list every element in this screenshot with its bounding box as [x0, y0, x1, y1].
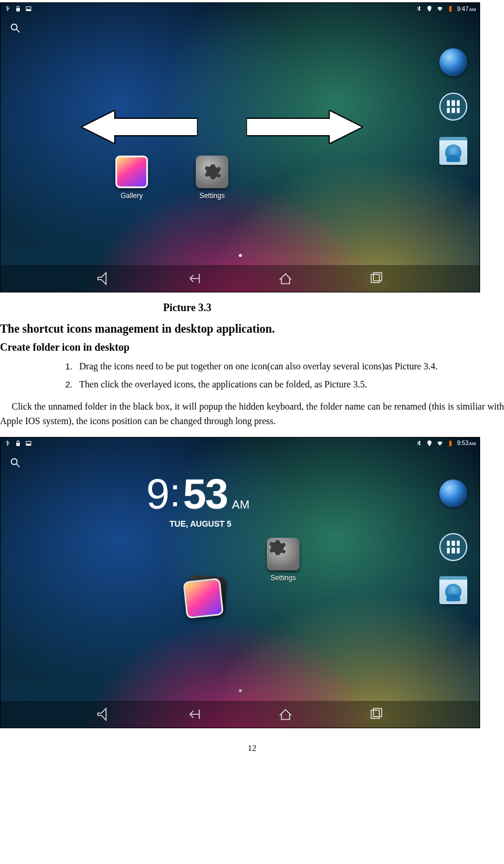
search-button[interactable]: [9, 22, 22, 34]
app-label: Gallery: [121, 192, 143, 200]
contacts-button[interactable]: [439, 137, 467, 165]
arrow-right-overlay: [246, 110, 363, 146]
svg-line-1: [17, 30, 20, 33]
figure-caption-3-3: Picture 3.3: [0, 292, 504, 320]
apps-drawer-button[interactable]: [439, 533, 467, 561]
nav-recents[interactable]: [366, 270, 387, 287]
globe-icon: [439, 479, 467, 507]
app-settings[interactable]: Settings: [192, 156, 232, 200]
svg-rect-5: [373, 273, 382, 281]
clock-widget[interactable]: 9 : 53 AM TUE, AUGUST 5: [146, 470, 249, 528]
svg-rect-4: [371, 274, 379, 283]
folder-front-icon: [183, 578, 224, 619]
app-label: Settings: [199, 192, 224, 200]
nav-home[interactable]: [275, 270, 296, 287]
svg-line-7: [17, 464, 20, 467]
wallpaper: [1, 3, 480, 292]
svg-rect-9: [373, 708, 382, 717]
search-icon: [9, 457, 21, 468]
screenshot-picture-3-4: 9:53AM 9 : 53 AM TUE, AUGUST 5 Settings: [0, 437, 480, 728]
clock-date: TUE, AUGUST 5: [170, 519, 231, 528]
globe-icon: [439, 48, 467, 76]
app-label: Settings: [270, 574, 295, 582]
gallery-icon: [115, 156, 148, 188]
contacts-icon: [439, 576, 467, 604]
browser-button[interactable]: [439, 48, 467, 76]
settings-icon: [196, 156, 228, 188]
search-button[interactable]: [9, 456, 22, 469]
folder-stack[interactable]: [185, 580, 222, 617]
list-number: 2.: [65, 378, 79, 392]
contacts-icon: [439, 137, 467, 165]
svg-marker-3: [246, 110, 363, 144]
location-icon: [426, 5, 433, 12]
body-paragraph: Click the unnamed folder in the black bo…: [0, 399, 504, 429]
navigation-bar: [1, 701, 480, 728]
subsection-heading: Create folder icon in desktop: [0, 341, 504, 354]
list-item: 2. Then click the overlayed icons, the a…: [65, 378, 504, 392]
clock-hour: 9: [146, 470, 168, 518]
dock: [435, 438, 471, 695]
app-settings[interactable]: Settings: [263, 538, 304, 582]
apps-drawer-button[interactable]: [439, 93, 467, 121]
clock-minute: 53: [183, 470, 227, 518]
list-text: Drag the icons need to be put together o…: [79, 359, 504, 374]
section-heading: The shortcut icons management in desktop…: [0, 322, 504, 336]
lock-icon: [15, 5, 22, 12]
document-page: 9:47AM Gallery Settings: [0, 0, 504, 765]
nav-home[interactable]: [275, 706, 296, 722]
image-icon: [25, 5, 32, 12]
page-number: 12: [0, 743, 504, 753]
instruction-list: 1. Drag the icons need to be put togethe…: [65, 359, 504, 392]
bluetooth-icon: [415, 5, 422, 12]
screenshot-picture-3-3: 9:47AM Gallery Settings: [0, 2, 480, 292]
nav-recents[interactable]: [366, 706, 387, 722]
apps-grid-icon: [439, 533, 467, 561]
contacts-button[interactable]: [439, 576, 467, 604]
home-apps-row: Gallery Settings: [111, 156, 232, 200]
location-icon: [426, 440, 433, 447]
status-bar: 9:53AM: [1, 438, 480, 449]
nav-volume[interactable]: [93, 706, 114, 722]
list-number: 1.: [65, 359, 79, 374]
usb-icon: [4, 5, 11, 12]
lock-icon: [15, 440, 22, 447]
nav-volume[interactable]: [93, 270, 114, 287]
list-text: Then click the overlayed icons, the appl…: [79, 378, 504, 392]
arrow-left-overlay: [81, 110, 198, 146]
status-bar: 9:47AM: [1, 3, 480, 15]
page-indicator: [1, 252, 480, 258]
usb-icon: [4, 440, 11, 447]
svg-point-0: [11, 24, 17, 30]
browser-button[interactable]: [439, 479, 467, 507]
list-item: 1. Drag the icons need to be put togethe…: [65, 359, 504, 374]
nav-back[interactable]: [184, 270, 205, 287]
search-icon: [9, 22, 21, 34]
svg-rect-8: [371, 710, 379, 718]
image-icon: [25, 440, 32, 447]
navigation-bar: [1, 265, 480, 292]
dock: [435, 3, 471, 259]
clock-colon: :: [168, 470, 183, 515]
settings-icon: [267, 538, 299, 570]
clock-ampm: AM: [232, 498, 249, 512]
svg-point-6: [11, 459, 17, 464]
apps-grid-icon: [439, 93, 467, 121]
bluetooth-icon: [415, 440, 422, 447]
nav-back[interactable]: [184, 706, 205, 722]
app-gallery[interactable]: Gallery: [111, 156, 152, 200]
svg-marker-2: [81, 110, 198, 144]
page-indicator: [1, 688, 480, 694]
